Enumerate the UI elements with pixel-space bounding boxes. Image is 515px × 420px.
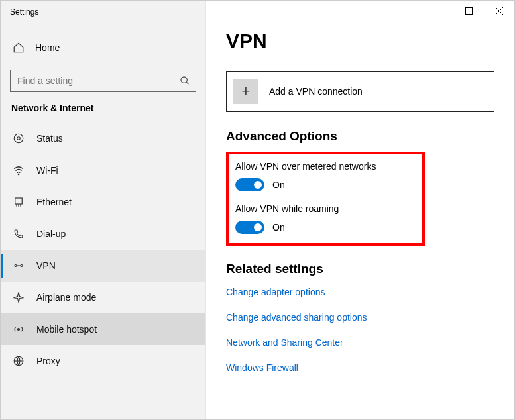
link-firewall[interactable]: Windows Firewall: [226, 362, 494, 373]
sidebar-item-airplane[interactable]: Airplane mode: [1, 282, 205, 313]
page-title: VPN: [226, 30, 494, 52]
link-sharing-options[interactable]: Change advanced sharing options: [226, 312, 494, 323]
sidebar-item-ethernet[interactable]: Ethernet: [1, 186, 205, 218]
home-nav[interactable]: Home: [1, 35, 205, 60]
metered-label: Allow VPN over metered networks: [235, 161, 382, 172]
svg-line-1: [186, 82, 188, 84]
sidebar-item-label: Proxy: [36, 356, 60, 366]
sidebar-item-vpn[interactable]: VPN: [1, 250, 205, 282]
search-input[interactable]: [17, 76, 180, 86]
sidebar-item-dialup[interactable]: Dial-up: [1, 218, 205, 250]
roaming-state: On: [272, 222, 285, 233]
sidebar-item-label: Airplane mode: [36, 292, 96, 303]
minimize-button[interactable]: [423, 1, 453, 21]
sidebar-item-label: Wi-Fi: [36, 165, 58, 176]
add-vpn-label: Add a VPN connection: [269, 86, 363, 97]
add-vpn-button[interactable]: + Add a VPN connection: [226, 71, 494, 112]
search-icon: [180, 76, 190, 86]
vpn-icon: [13, 260, 25, 272]
close-button[interactable]: [484, 1, 514, 21]
metered-state: On: [272, 180, 285, 190]
proxy-icon: [13, 355, 25, 367]
svg-point-9: [15, 265, 17, 267]
metered-toggle[interactable]: [235, 178, 264, 191]
sidebar-item-status[interactable]: Status: [1, 123, 205, 154]
window-title: Settings: [1, 1, 205, 23]
wifi-icon: [13, 164, 25, 176]
plus-icon: +: [233, 79, 258, 104]
advanced-options-highlight: Allow VPN over metered networks On Allow…: [226, 152, 425, 246]
main-content: VPN + Add a VPN connection Advanced Opti…: [206, 1, 514, 419]
sidebar-item-proxy[interactable]: Proxy: [1, 345, 205, 377]
svg-point-0: [181, 77, 187, 83]
svg-rect-16: [465, 7, 472, 14]
home-icon: [13, 42, 25, 54]
status-icon: [13, 132, 25, 144]
svg-point-10: [21, 265, 23, 267]
related-settings: Related settings Change adapter options …: [226, 262, 494, 373]
airplane-icon: [13, 291, 25, 303]
search-input-container[interactable]: [10, 70, 196, 92]
svg-point-4: [18, 174, 19, 175]
svg-point-3: [17, 137, 21, 140]
sidebar-item-label: Mobile hotspot: [36, 324, 97, 335]
sidebar: Settings Home Network & Internet Status …: [1, 1, 206, 419]
link-adapter-options[interactable]: Change adapter options: [226, 287, 494, 297]
hotspot-icon: [13, 323, 25, 335]
roaming-label: Allow VPN while roaming: [235, 203, 382, 214]
link-network-center[interactable]: Network and Sharing Center: [226, 337, 494, 348]
related-heading: Related settings: [226, 262, 494, 276]
sidebar-category: Network & Internet: [1, 103, 205, 123]
sidebar-item-label: Ethernet: [36, 197, 72, 207]
sidebar-item-hotspot[interactable]: Mobile hotspot: [1, 313, 205, 345]
dialup-icon: [13, 228, 25, 240]
sidebar-nav: Status Wi-Fi Ethernet Dial-up VPN Airpla…: [1, 123, 205, 419]
ethernet-icon: [13, 196, 25, 208]
advanced-heading: Advanced Options: [226, 129, 494, 144]
sidebar-item-label: Dial-up: [36, 229, 66, 239]
home-label: Home: [35, 42, 60, 53]
sidebar-item-label: VPN: [36, 260, 56, 271]
svg-point-12: [18, 329, 20, 331]
sidebar-item-label: Status: [36, 133, 63, 144]
svg-rect-5: [15, 198, 23, 204]
maximize-button[interactable]: [453, 1, 484, 21]
roaming-toggle[interactable]: [235, 221, 264, 234]
sidebar-item-wifi[interactable]: Wi-Fi: [1, 154, 205, 186]
window-controls: [423, 1, 514, 21]
svg-point-2: [14, 134, 23, 143]
